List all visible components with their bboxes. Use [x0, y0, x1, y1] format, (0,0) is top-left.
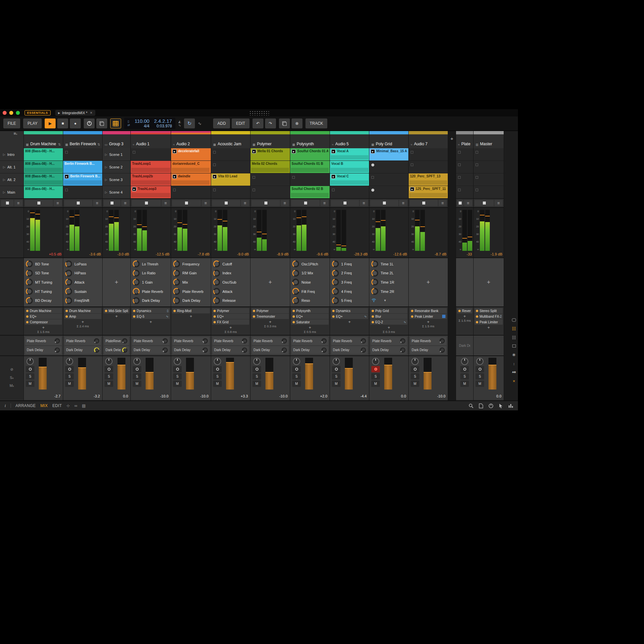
track-header[interactable]: ▥Master — [474, 131, 504, 148]
track-header[interactable]: ▦Drum Machine⇅ — [24, 131, 63, 148]
track-menu-button[interactable]: ≣ — [399, 200, 407, 206]
send-plate-reverb[interactable]: Plate Reverb — [371, 337, 407, 345]
send-dark-delay[interactable]: Dark Delay — [212, 346, 249, 354]
knob-time-2l[interactable] — [371, 270, 378, 277]
knob-index[interactable] — [213, 270, 220, 277]
device-saturator[interactable]: Saturator — [291, 319, 329, 325]
solo-button[interactable]: S — [213, 373, 222, 380]
controller-knob-icon[interactable] — [488, 403, 493, 408]
send-knob[interactable] — [94, 338, 99, 344]
clip-slot[interactable]: Soulful Chords 01 B — [290, 161, 330, 173]
shuffle-icon[interactable]: ⇄ — [127, 124, 130, 127]
send-knob[interactable] — [203, 338, 208, 344]
device-eq[interactable]: EQ+∿ — [331, 314, 368, 319]
knob-bd-tone[interactable] — [26, 260, 33, 267]
add-device-button[interactable]: + — [457, 314, 472, 319]
pan-knob[interactable] — [461, 358, 468, 365]
tab-edit[interactable]: EDIT — [52, 403, 62, 408]
clip-play-icon[interactable]: ▶ — [172, 174, 177, 179]
device-enable-dot[interactable] — [26, 315, 28, 318]
tempo-display[interactable]: 110.00 — [135, 118, 150, 124]
clip-stop-button[interactable] — [132, 200, 161, 206]
send-platereverb[interactable]: PlateReverb — [104, 337, 129, 345]
solo-button[interactable]: S — [173, 373, 182, 380]
add-device-button[interactable]: + — [132, 319, 170, 324]
device-peak-limiter[interactable]: Peak Limiter — [475, 319, 503, 325]
comments-panel-icon[interactable] — [512, 318, 516, 322]
clip-slot[interactable]: TrashLoop2b — [131, 173, 171, 186]
redo-button[interactable]: ↷ — [265, 118, 276, 128]
device-compressor[interactable]: Compressor — [25, 319, 62, 325]
add-device-button[interactable]: + — [25, 325, 62, 330]
send-dark-delay[interactable]: Dark Delay — [371, 346, 407, 354]
volume-fader[interactable] — [345, 358, 353, 390]
send-dark-delay[interactable]: Dark Delay — [331, 346, 368, 354]
tempo-tap-icon[interactable]: ▯ — [127, 120, 130, 123]
device-enable-dot[interactable] — [411, 315, 413, 318]
scene-launch-main[interactable]: ▷ Main — [0, 186, 23, 198]
groove-button[interactable] — [110, 118, 121, 128]
device-enable-dot[interactable] — [458, 310, 461, 312]
mixer-panel-icon[interactable] — [508, 403, 513, 408]
clip-play-icon[interactable]: ▶ — [410, 187, 414, 191]
volume-fader[interactable] — [78, 358, 86, 390]
arm-button[interactable] — [371, 366, 380, 372]
device-polymer[interactable]: Polymer — [252, 308, 289, 313]
device-enable-dot[interactable] — [476, 310, 478, 312]
file-menu-button[interactable]: FILE — [3, 118, 20, 128]
tab-close-icon[interactable]: × — [90, 111, 92, 115]
device-enable-dot[interactable] — [476, 315, 478, 318]
fill-mode-icon[interactable]: ∿ — [198, 121, 202, 126]
knob-sd-tone[interactable] — [26, 270, 33, 277]
send-dark-delay[interactable]: Dark Delay — [172, 346, 209, 354]
track-menu-button[interactable]: ≣ — [241, 200, 249, 206]
device-enable-dot[interactable] — [173, 310, 176, 312]
mute-button[interactable]: M — [253, 381, 261, 387]
clear-mute-icon[interactable]: Mx — [10, 384, 14, 388]
track-header[interactable]: ≈Audio 5 — [330, 131, 369, 148]
send-plate-reverb[interactable]: Plate Reverb — [410, 337, 446, 345]
knob-5-freq[interactable] — [332, 297, 339, 304]
knob-time-2r[interactable] — [371, 288, 378, 295]
send-knob[interactable] — [203, 347, 208, 353]
add-device-button[interactable]: + — [252, 319, 289, 324]
device-resonator-bank[interactable]: Resonator Bank — [410, 308, 447, 313]
clip-slot[interactable]: ▶125_Perc_SPFT_11 — [409, 186, 448, 198]
knob-reso[interactable] — [292, 297, 299, 304]
global-audition-icon[interactable]: ⊘ — [10, 367, 13, 372]
track-header[interactable]: ≈Plate Reverb — [456, 131, 473, 148]
clip-slot[interactable] — [171, 186, 211, 198]
device-poly-grid[interactable]: Poly Grid — [370, 308, 407, 313]
knob-1-2-mix[interactable] — [292, 270, 299, 277]
track-menu-button[interactable]: TRACK — [305, 118, 328, 128]
add-remote-controls-button[interactable]: + — [427, 279, 430, 286]
send-dark-delay[interactable]: Dark Delay — [132, 346, 169, 354]
knob-plate-reverb[interactable] — [173, 288, 180, 295]
device-fx-grid[interactable]: FX Grid — [212, 319, 249, 325]
add-device-button[interactable]: + — [212, 325, 249, 330]
mute-button[interactable]: M — [26, 381, 34, 387]
send-plate-reverb[interactable]: Plate Reverb — [132, 337, 169, 345]
mute-button[interactable]: M — [371, 381, 380, 387]
clip-stop-button[interactable] — [212, 200, 240, 206]
clip-play-icon[interactable]: ▶ — [65, 174, 69, 179]
tab-arrange[interactable]: ARRANGE — [16, 403, 36, 408]
knob-mt-tuning[interactable] — [26, 279, 33, 286]
device-mid-side-split[interactable]: Mid-Side Split — [104, 308, 129, 313]
send-plate-reverb[interactable]: Plate Reverb — [292, 337, 328, 345]
clip-slot[interactable] — [211, 161, 250, 173]
send-knob[interactable] — [94, 347, 99, 353]
pan-knob[interactable] — [253, 358, 260, 365]
clip-stop-button[interactable] — [291, 200, 320, 206]
device-enable-dot[interactable] — [133, 315, 135, 318]
send-plate-reverb[interactable]: Plate Reverb — [25, 337, 62, 345]
knob-ht-tuning[interactable] — [26, 288, 33, 295]
track-header[interactable]: ▦Poly Grid — [369, 131, 408, 148]
zoom-window-button[interactable] — [16, 111, 20, 115]
mute-button[interactable]: M — [292, 381, 301, 387]
send-knob[interactable] — [282, 338, 287, 344]
send-knob[interactable] — [162, 338, 168, 344]
track-menu-button[interactable]: ≣ — [93, 200, 101, 206]
clip-play-icon[interactable]: ▶ — [252, 149, 256, 154]
arm-button[interactable] — [65, 366, 74, 372]
